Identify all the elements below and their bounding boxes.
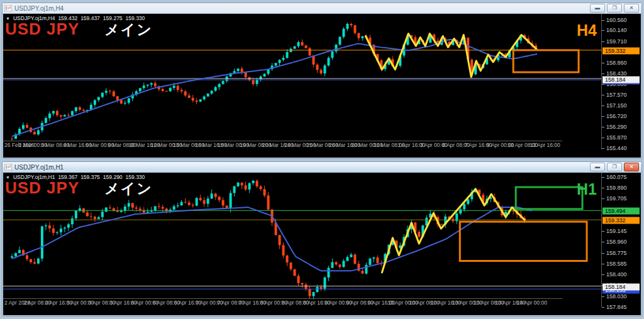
- price-tick-mark: [602, 116, 604, 117]
- chart-canvas[interactable]: [3, 14, 601, 149]
- chart-window-icon: [4, 164, 12, 170]
- window-titlebar[interactable]: USDJPY.oj1m,H1 ▬ ❐ ✕: [3, 162, 641, 173]
- price-tick-label: 156.290: [606, 124, 627, 130]
- price-tick-label: 158.585: [606, 261, 627, 267]
- price-tick-mark: [602, 20, 604, 21]
- chart-window-h1: USDJPY.oj1m,H1 ▬ ❐ ✕ ▼ USDJPY.oj1m,H1 15…: [2, 161, 642, 316]
- price-tick-label: 155.870: [606, 134, 627, 141]
- time-tick-label: 14 Apr 00:00: [517, 300, 547, 306]
- time-axis: 26 Feb 20262 Mar 00:003 Mar 08:004 Mar 1…: [3, 141, 562, 149]
- price-tick-mark: [602, 296, 604, 297]
- price-tick-mark: [602, 73, 604, 74]
- price-tick-label: 158.030: [606, 293, 627, 300]
- price-tick-mark: [602, 127, 604, 127]
- close-button[interactable]: ✕: [624, 4, 639, 13]
- info-high: 159.375: [80, 174, 100, 180]
- price-tick-label: 158.400: [606, 271, 627, 278]
- minimize-button[interactable]: ▬: [590, 4, 605, 13]
- candlestick-plot[interactable]: ▼ USDJPY.oj1m,H1 159.367 159.375 159.290…: [3, 173, 602, 307]
- price-level-tag: 159.332: [602, 217, 640, 224]
- info-low: 159.275: [103, 15, 123, 21]
- info-low: 159.290: [103, 174, 123, 180]
- info-open: 159.367: [58, 174, 77, 180]
- price-tick-label: 155.440: [606, 145, 627, 151]
- info-open: 159.432: [58, 15, 77, 21]
- chart-area[interactable]: ▼ USDJPY.oj1m,H4 159.432 159.437 159.275…: [3, 14, 641, 158]
- price-tick-mark: [602, 30, 604, 31]
- price-tick-mark: [602, 105, 604, 106]
- window-controls: ▬ ❐ ✕: [590, 163, 640, 171]
- price-level-tag: 159.494: [602, 207, 640, 214]
- price-tick-mark: [602, 63, 604, 63]
- chart-window-h4: USDJPY.oj1m,H4 ▬ ❐ ✕ ▼ USDJPY.oj1m,H4 15…: [2, 3, 642, 159]
- window-title: USDJPY.oj1m,H4: [14, 5, 64, 12]
- ohlc-info[interactable]: ▼ USDJPY.oj1m,H1 159.367 159.375 159.290…: [6, 174, 145, 180]
- price-tick-mark: [602, 274, 604, 275]
- price-axis: 160.075159.890159.705159.145158.960158.7…: [602, 173, 641, 307]
- price-tick-label: 158.960: [606, 239, 627, 245]
- price-tick-label: 157.150: [606, 102, 627, 109]
- price-tick-label: 160.140: [606, 27, 627, 33]
- price-tick-mark: [602, 242, 604, 242]
- price-tick-mark: [602, 231, 604, 232]
- price-tick-label: 158.860: [606, 60, 627, 66]
- price-tick-mark: [602, 95, 604, 95]
- dropdown-arrow-icon[interactable]: ▼: [6, 175, 10, 180]
- chart-window-icon: [4, 5, 12, 11]
- window-titlebar[interactable]: USDJPY.oj1m,H4 ▬ ❐ ✕: [3, 3, 641, 14]
- price-tick-mark: [602, 41, 604, 42]
- price-level-tag: 159.332: [602, 47, 640, 54]
- price-tick-mark: [602, 148, 604, 149]
- price-tick-label: 159.705: [606, 195, 627, 202]
- restore-button[interactable]: ❐: [607, 4, 622, 13]
- info-symbol: USDJPY.oj1m,H4: [13, 15, 55, 21]
- price-tick-mark: [602, 198, 604, 199]
- price-tick-mark: [602, 177, 604, 178]
- info-close: 159.330: [126, 15, 145, 21]
- candlestick-plot[interactable]: ▼ USDJPY.oj1m,H4 159.432 159.437 159.275…: [3, 14, 602, 149]
- restore-button[interactable]: ❐: [607, 163, 622, 171]
- chart-canvas[interactable]: [3, 173, 601, 307]
- window-controls: ▬ ❐ ✕: [590, 4, 640, 13]
- price-tick-mark: [602, 253, 604, 254]
- ohlc-info[interactable]: ▼ USDJPY.oj1m,H4 159.432 159.437 159.275…: [6, 15, 145, 21]
- price-axis: 160.560160.140159.710158.860158.430158.0…: [602, 14, 641, 149]
- minimize-button[interactable]: ▬: [590, 163, 605, 171]
- price-tick-label: 158.775: [606, 250, 627, 256]
- price-tick-mark: [602, 307, 604, 308]
- price-tick-label: 159.890: [606, 185, 627, 191]
- price-tick-mark: [602, 138, 604, 138]
- price-tick-label: 157.845: [606, 304, 627, 310]
- price-level-tag: 158.184: [602, 76, 640, 83]
- price-level-tag: 158.184: [602, 284, 640, 291]
- price-tick-mark: [602, 188, 604, 188]
- price-tick-label: 159.710: [606, 38, 627, 45]
- price-tick-label: 157.570: [606, 92, 627, 98]
- time-axis: 2 Apr 20262 Apr 08:002 Apr 16:003 Apr 00…: [3, 298, 562, 307]
- info-high: 159.437: [80, 15, 100, 21]
- close-button[interactable]: ✕: [624, 163, 639, 171]
- info-symbol: USDJPY.oj1m,H1: [13, 174, 55, 180]
- price-tick-mark: [602, 264, 604, 264]
- chart-area[interactable]: ▼ USDJPY.oj1m,H1 159.367 159.375 159.290…: [3, 173, 641, 315]
- price-tick-label: 160.075: [606, 174, 627, 180]
- terminal-workspace: { "app": {"background": "#b3c5d8"}, "win…: [0, 0, 644, 319]
- time-tick-label: 13 Apr 16:00: [530, 142, 560, 148]
- window-title: USDJPY.oj1m,H1: [14, 164, 64, 171]
- price-tick-label: 159.145: [606, 228, 627, 234]
- price-tick-label: 160.560: [606, 17, 627, 23]
- price-tick-label: 156.720: [606, 113, 627, 119]
- dropdown-arrow-icon[interactable]: ▼: [6, 16, 10, 21]
- info-close: 159.330: [126, 174, 145, 180]
